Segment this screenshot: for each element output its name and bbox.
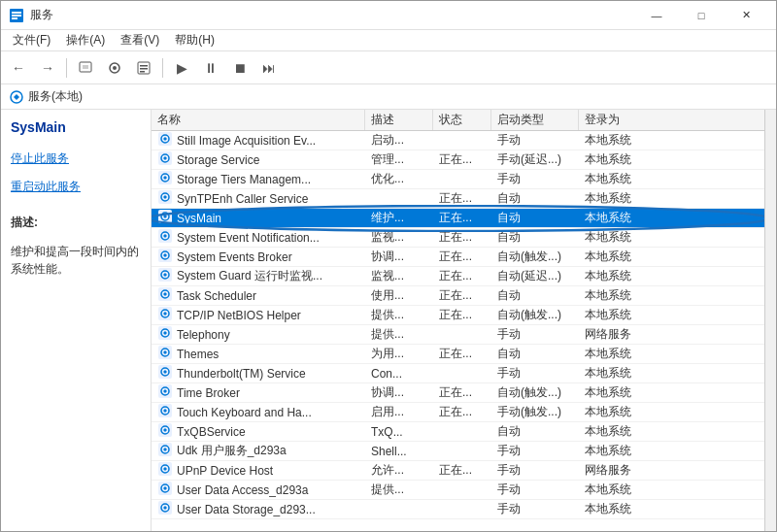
service-name-cell: System Guard 运行时监视...	[152, 266, 365, 286]
back-button[interactable]: ←	[5, 55, 32, 81]
app-icon	[9, 8, 24, 23]
service-row[interactable]: Touch Keyboard and Ha... 启用... 正在... 手动(…	[152, 403, 764, 422]
col-login[interactable]: 登录为	[579, 110, 657, 130]
service-list[interactable]: Still Image Acquisition Ev... 启动... 手动 本…	[152, 131, 764, 531]
service-row[interactable]: UPnP Device Host 允许... 正在... 手动 网络服务	[152, 461, 764, 481]
service-name-cell: Storage Tiers Managem...	[152, 169, 365, 189]
toolbar-separator-1	[66, 58, 67, 78]
service-icon	[157, 209, 173, 227]
service-status: 正在...	[433, 286, 491, 305]
service-login: 网络服务	[579, 461, 657, 480]
play-button[interactable]: ▶	[168, 55, 195, 81]
service-login: 本地系统	[579, 228, 657, 247]
description-label: 描述:	[11, 215, 141, 231]
service-desc: 管理...	[365, 150, 433, 169]
breadcrumb-bar: 服务(本地)	[1, 84, 776, 110]
up-button[interactable]	[72, 55, 99, 81]
service-status	[433, 140, 491, 142]
service-row[interactable]: Storage Tiers Managem... 优化... 手动 本地系统	[152, 170, 764, 189]
col-status[interactable]: 状态	[433, 110, 491, 130]
service-row[interactable]: Udk 用户服务_d293a Shell... 手动 本地系统	[152, 442, 764, 461]
service-startup: 自动	[491, 345, 579, 363]
service-login: 本地系统	[579, 248, 657, 266]
service-row[interactable]: TCP/IP NetBIOS Helper 提供... 正在... 自动(触发.…	[152, 306, 764, 325]
stop-button[interactable]: ⏹	[226, 55, 253, 81]
service-startup: 手动	[491, 364, 579, 382]
service-row[interactable]: System Events Broker 协调... 正在... 自动(触发..…	[152, 248, 764, 267]
service-row[interactable]: SysMain 维护... 正在... 自动 本地系统	[152, 209, 764, 228]
left-panel: SysMain 停止此服务 重启动此服务 描述: 维护和提高一段时间内的系统性能…	[1, 110, 152, 531]
window-title: 服务	[30, 7, 53, 23]
stop-service-link[interactable]: 停止此服务	[11, 150, 141, 167]
service-status: 正在...	[433, 345, 491, 363]
service-row[interactable]: TxQBService TxQ... 自动 本地系统	[152, 422, 764, 442]
main-content: SysMain 停止此服务 重启动此服务 描述: 维护和提高一段时间内的系统性能…	[1, 110, 776, 531]
service-status: 正在...	[433, 248, 491, 266]
service-name: Touch Keyboard and Ha...	[177, 406, 312, 419]
service-desc: 启用...	[365, 403, 433, 421]
service-row[interactable]: User Data Access_d293a 提供... 手动 本地系统	[152, 481, 764, 500]
col-startup[interactable]: 启动类型	[491, 110, 579, 130]
col-name[interactable]: 名称	[152, 110, 365, 130]
service-name-cell: User Data Access_d293a	[152, 480, 365, 500]
menu-view[interactable]: 查看(V)	[113, 30, 167, 50]
service-row[interactable]: Still Image Acquisition Ev... 启动... 手动 本…	[152, 131, 764, 150]
menu-file[interactable]: 文件(F)	[5, 30, 58, 50]
service-desc: 监视...	[365, 228, 433, 247]
restart-button[interactable]: ⏭	[255, 55, 283, 81]
service-name-cell: Touch Keyboard and Ha...	[152, 402, 365, 422]
svg-rect-10	[140, 68, 148, 70]
restart-service-link[interactable]: 重启动此服务	[11, 179, 141, 195]
service-desc: 维护...	[365, 209, 433, 227]
service-row[interactable]: SynTPEnh Caller Service 正在... 自动 本地系统	[152, 189, 764, 209]
service-login: 本地系统	[579, 306, 657, 324]
service-row[interactable]: Thunderbolt(TM) Service Con... 手动 本地系统	[152, 364, 764, 383]
service-login: 本地系统	[579, 364, 657, 382]
service-login: 本地系统	[579, 150, 657, 169]
service-desc: 允许...	[365, 461, 433, 480]
service-row[interactable]: System Guard 运行时监视... 监视... 正在... 自动(延迟.…	[152, 267, 764, 286]
right-panel: 名称 描述 状态 启动类型 登录为 Still Image Acquisitio…	[152, 110, 764, 531]
service-name-cell: UPnP Device Host	[152, 460, 365, 481]
service-login: 本地系统	[579, 500, 657, 518]
scrollbar[interactable]	[764, 110, 776, 531]
toolbar: ← → ▶ ⏸ ⏹ ⏭	[1, 51, 776, 84]
close-button[interactable]: ✕	[724, 1, 768, 30]
menu-action[interactable]: 操作(A)	[58, 30, 113, 50]
service-row[interactable]: Telephony 提供... 手动 网络服务	[152, 325, 764, 345]
service-icon	[157, 286, 173, 305]
title-bar-left: 服务	[9, 7, 53, 23]
pause-button[interactable]: ⏸	[197, 55, 224, 81]
service-row[interactable]: System Event Notification... 监视... 正在...…	[152, 228, 764, 248]
service-startup: 自动(触发...)	[491, 248, 579, 266]
service-name-cell: Storage Service	[152, 150, 365, 170]
show-hide-button[interactable]	[101, 55, 128, 81]
service-desc: Con...	[365, 366, 433, 382]
col-desc[interactable]: 描述	[365, 110, 433, 130]
service-name-cell: TCP/IP NetBIOS Helper	[152, 305, 365, 325]
forward-button[interactable]: →	[34, 55, 61, 81]
service-name-cell: SysMain	[152, 208, 365, 228]
service-row[interactable]: Themes 为用... 正在... 自动 本地系统	[152, 345, 764, 364]
maximize-button[interactable]: □	[679, 1, 724, 30]
service-name: Storage Service	[177, 153, 259, 167]
service-name-cell: User Data Storage_d293...	[152, 499, 365, 519]
service-row[interactable]: Storage Service 管理... 正在... 手动(延迟...) 本地…	[152, 150, 764, 170]
service-name-cell: Telephony	[152, 324, 365, 345]
service-name-cell: System Event Notification...	[152, 227, 365, 248]
menu-help[interactable]: 帮助(H)	[167, 30, 222, 50]
service-row[interactable]: User Data Storage_d293... 手动 本地系统	[152, 500, 764, 519]
service-row[interactable]: Time Broker 协调... 正在... 自动(触发...) 本地系统	[152, 383, 764, 403]
service-icon	[157, 442, 173, 460]
service-icon	[157, 364, 173, 382]
svg-rect-3	[12, 17, 17, 19]
service-name: UPnP Device Host	[177, 464, 273, 478]
service-startup: 手动	[491, 170, 579, 188]
service-icon	[157, 422, 173, 441]
service-desc: Shell...	[365, 444, 433, 459]
minimize-button[interactable]: —	[634, 1, 679, 30]
service-name: Still Image Acquisition Ev...	[177, 134, 316, 148]
properties-button[interactable]	[130, 55, 157, 81]
service-row[interactable]: Task Scheduler 使用... 正在... 自动 本地系统	[152, 286, 764, 306]
service-icon	[157, 306, 173, 324]
